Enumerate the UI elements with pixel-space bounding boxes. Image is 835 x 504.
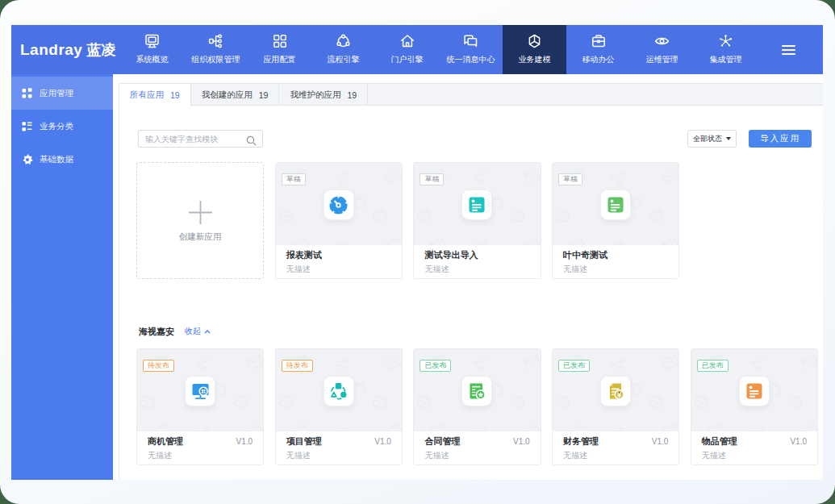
card-grid-haishijiaan: 待发布 商机管理 V1.0 无描述 待发布	[136, 348, 818, 465]
search-input[interactable]	[145, 131, 242, 147]
card-body: 物品管理 V1.0 无描述	[691, 431, 817, 464]
briefcase-icon	[591, 33, 607, 49]
card-title-row: 商机管理 V1.0	[148, 435, 253, 448]
card-version: V1.0	[374, 437, 391, 446]
app-frame: Landray 蓝凌 系统概览 组织权限管理 应用配置 流程引擎	[11, 25, 823, 480]
nav-item-7[interactable]: 业务建模	[503, 25, 566, 74]
nav-item-8[interactable]: 移动办公	[566, 25, 630, 74]
tab-1[interactable]: 所有应用 19	[119, 83, 191, 106]
grid-icon	[272, 33, 288, 49]
nav-item-label: 业务建模	[519, 54, 551, 65]
collapse-link[interactable]: 收起	[185, 326, 211, 337]
panel-divider	[119, 83, 119, 480]
app-card[interactable]: 草稿 叶中奇测试 无描述	[552, 162, 679, 279]
card-title-row: 物品管理 V1.0	[702, 435, 807, 448]
logo-text-cn: 蓝凌	[86, 40, 115, 60]
card-version: V1.0	[236, 437, 253, 446]
browser-window: Landray 蓝凌 系统概览 组织权限管理 应用配置 流程引擎	[0, 0, 835, 504]
nav-item-label: 流程引擎	[328, 54, 360, 65]
card-description: 无描述	[563, 264, 668, 275]
landray-logo: Landray 蓝凌	[20, 25, 115, 74]
card-description: 无描述	[148, 450, 253, 461]
nav-item-6[interactable]: 统一消息中心	[439, 25, 503, 74]
sidebar-item-3[interactable]: 基础数据	[11, 143, 113, 176]
note-icon	[600, 190, 631, 220]
tab-count: 19	[347, 90, 357, 100]
create-app-card[interactable]: 创建新应用	[136, 162, 264, 279]
app-card[interactable]: 已发布 财务管理 V1.0 无描述	[552, 348, 679, 465]
search-box	[138, 130, 263, 148]
status-badge: 已发布	[697, 360, 729, 372]
card-header-area: 草稿	[414, 163, 540, 245]
tab-2[interactable]: 我创建的应用 19	[191, 83, 280, 106]
card-version: V1.0	[652, 437, 669, 446]
nav-item-2[interactable]: 组织权限管理	[184, 25, 248, 74]
note-icon	[461, 190, 492, 220]
card-grid-ungrouped: 创建新应用 草稿 报表测试 无描述 草稿	[136, 162, 818, 279]
apps-icon	[22, 88, 32, 98]
app-card[interactable]: 草稿 测试导出导入 无描述	[413, 162, 541, 279]
app-card[interactable]: 已发布 合同管理 V1.0 无描述	[413, 348, 541, 465]
card-title-row: 报表测试	[286, 249, 391, 261]
card-title: 叶中奇测试	[563, 249, 607, 261]
nav-item-4[interactable]: 流程引擎	[311, 25, 375, 74]
sidebar-item-label: 基础数据	[40, 154, 73, 165]
card-title: 商机管理	[148, 435, 183, 448]
top-header: Landray 蓝凌 系统概览 组织权限管理 应用配置 流程引擎	[11, 25, 823, 74]
app-card[interactable]: 已发布 物品管理 V1.0 无描述	[691, 348, 818, 465]
sidebar: 应用管理 业务分类 基础数据	[11, 74, 113, 480]
create-app-label: 创建新应用	[179, 231, 222, 243]
cycle-icon	[335, 33, 352, 49]
category-icon	[22, 121, 32, 131]
nav-item-5[interactable]: 门户引擎	[375, 25, 439, 74]
card-description: 无描述	[424, 264, 529, 275]
card-header-area: 已发布	[691, 349, 817, 431]
sidebar-item-label: 业务分类	[40, 121, 73, 132]
status-badge: 草稿	[420, 173, 444, 185]
card-body: 财务管理 V1.0 无描述	[553, 431, 678, 464]
magnifier-icon[interactable]	[246, 135, 257, 149]
nav-item-label: 系统概览	[136, 54, 169, 65]
cube-icon	[526, 33, 543, 49]
card-title: 测试导出导入	[424, 249, 478, 261]
doc-yen-icon	[600, 376, 631, 406]
section-title: 海视嘉安	[139, 326, 174, 338]
monitor-icon	[144, 33, 161, 49]
sidebar-item-2[interactable]: 业务分类	[11, 110, 113, 143]
nav-item-9[interactable]: 运维管理	[630, 25, 694, 74]
nav-item-10[interactable]: 集成管理	[694, 25, 758, 74]
sidebar-item-1[interactable]: 应用管理	[11, 77, 113, 110]
gear-icon	[22, 154, 32, 165]
nav-item-label: 组织权限管理	[192, 54, 240, 65]
tab-count: 19	[170, 90, 180, 100]
card-version: V1.0	[513, 437, 530, 446]
nodes-icon	[717, 33, 734, 49]
menu-hamburger-icon[interactable]	[782, 45, 795, 55]
home-icon	[399, 33, 415, 49]
org-tree-icon	[207, 33, 224, 49]
chevron-up-icon	[204, 330, 211, 334]
eye-icon	[653, 33, 670, 49]
card-header-area: 待发布	[137, 349, 263, 431]
card-title: 财务管理	[563, 435, 599, 448]
status-filter-select[interactable]: 全部状态	[687, 130, 737, 148]
card-title-row: 财务管理 V1.0	[563, 435, 668, 448]
nav-item-3[interactable]: 应用配置	[248, 25, 311, 74]
app-card[interactable]: 草稿 报表测试 无描述	[275, 162, 403, 279]
status-badge: 已发布	[558, 360, 590, 372]
card-header-area: 草稿	[276, 163, 402, 245]
app-card[interactable]: 待发布 商机管理 V1.0 无描述	[136, 348, 264, 465]
main-panel: 所有应用 19 我创建的应用 19 我维护的应用 19 全部状态 导入应用	[113, 74, 823, 480]
nav-item-1[interactable]: 系统概览	[120, 25, 184, 74]
logo-text-en: Landray	[20, 41, 82, 59]
import-app-button[interactable]: 导入应用	[749, 130, 812, 148]
app-card[interactable]: 待发布 项目管理 V1.0 无描述	[275, 348, 403, 465]
nav-item-label: 运维管理	[646, 54, 678, 65]
card-description: 无描述	[286, 264, 391, 275]
tab-bar: 所有应用 19 我创建的应用 19 我维护的应用 19	[119, 83, 823, 106]
card-title: 报表测试	[286, 249, 322, 261]
tab-3[interactable]: 我维护的应用 19	[279, 83, 368, 106]
card-title: 项目管理	[286, 435, 322, 448]
status-badge: 待发布	[143, 360, 174, 372]
card-title: 合同管理	[424, 435, 460, 448]
